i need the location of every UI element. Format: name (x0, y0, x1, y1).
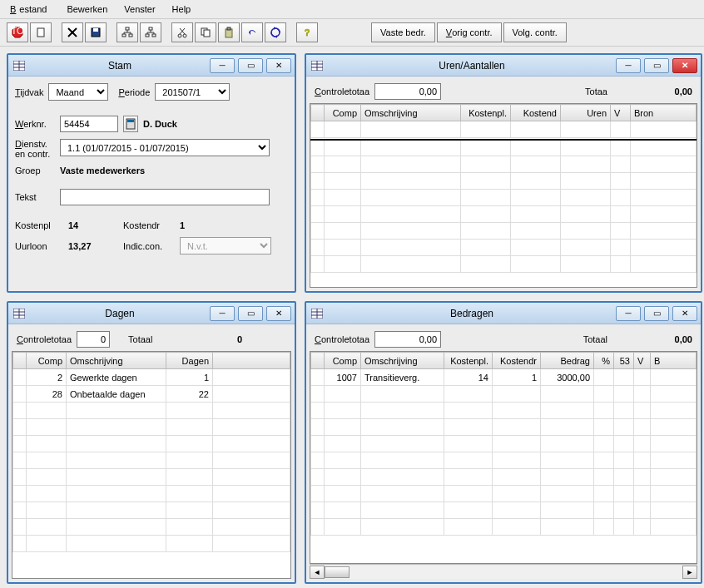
table-row[interactable] (13, 469, 290, 486)
table-row[interactable] (311, 140, 697, 156)
col-omschr[interactable]: Omschrijving (361, 353, 444, 369)
uren-grid[interactable]: Comp Omschrijving Kostenpl. Kostend Uren… (310, 103, 697, 288)
scroll-thumb[interactable] (325, 566, 350, 578)
minimize-button[interactable]: ─ (616, 58, 641, 73)
table-row[interactable] (13, 403, 290, 419)
col-uren[interactable]: Uren (561, 105, 611, 121)
dienstv-select[interactable]: 1.1 (01/07/2015 - 01/07/2015) (60, 139, 270, 156)
delete-icon[interactable] (62, 22, 83, 42)
menu-help[interactable]: Help (169, 2, 195, 16)
col-comp[interactable]: Comp (325, 105, 361, 121)
tree2-icon[interactable] (140, 22, 161, 42)
table-row[interactable] (311, 519, 697, 536)
col-53[interactable]: 53 (614, 353, 634, 369)
calc-icon[interactable] (123, 116, 138, 132)
stop-icon[interactable]: STOP (7, 22, 28, 42)
tekst-input[interactable] (60, 189, 270, 205)
table-row[interactable] (311, 436, 697, 452)
col-extra[interactable] (213, 353, 290, 369)
minimize-button[interactable]: ─ (210, 58, 235, 73)
table-row[interactable]: 28Onbetaalde dagen22 (13, 386, 290, 403)
maximize-button[interactable]: ▭ (238, 58, 263, 73)
table-row[interactable] (311, 386, 697, 403)
col-bron[interactable]: Bron (631, 105, 697, 121)
col-rowheader[interactable] (311, 353, 325, 369)
table-row[interactable] (13, 519, 290, 536)
vorig-contr-button[interactable]: Vorig contr. (437, 22, 502, 42)
close-button[interactable]: ✕ (672, 58, 697, 73)
col-v[interactable]: V (634, 353, 651, 369)
titlebar-dagen[interactable]: Dagen ─ ▭ ✕ (8, 303, 295, 324)
col-b[interactable]: B (651, 353, 697, 369)
help-icon[interactable]: ? (296, 22, 318, 42)
col-omschr[interactable]: Omschrijving (361, 105, 461, 121)
periode-select[interactable]: 201507/1 (155, 83, 230, 101)
bedragen-grid[interactable]: Comp Omschrijving Kostenpl. Kostendr Bed… (310, 351, 697, 564)
col-rowheader[interactable] (311, 105, 325, 121)
new-icon[interactable] (30, 22, 52, 42)
titlebar-bedragen[interactable]: Bedragen ─ ▭ ✕ (306, 303, 701, 324)
maximize-button[interactable]: ▭ (644, 58, 669, 73)
menu-bewerken[interactable]: Bewerken (63, 2, 111, 16)
menu-venster[interactable]: Venster (121, 2, 158, 16)
undo-icon[interactable] (241, 22, 263, 42)
table-row[interactable] (311, 256, 697, 273)
titlebar-uren[interactable]: Uren/Aantallen ─ ▭ ✕ (306, 55, 701, 77)
table-row[interactable] (311, 452, 697, 469)
refresh-icon[interactable] (265, 22, 286, 42)
table-row[interactable]: 2Gewerkte dagen1 (13, 369, 290, 386)
table-row[interactable] (13, 419, 290, 436)
save-icon[interactable] (85, 22, 107, 42)
copy-icon[interactable] (195, 22, 216, 42)
col-kostenpl[interactable]: Kostenpl. (444, 353, 493, 369)
volg-contr-button[interactable]: Volg. contr. (503, 22, 567, 42)
table-row[interactable] (13, 536, 290, 552)
col-rowheader[interactable] (13, 353, 27, 369)
table-row[interactable] (311, 502, 697, 519)
table-row[interactable] (13, 502, 290, 519)
table-row[interactable] (13, 452, 290, 469)
table-row[interactable] (311, 419, 697, 436)
table-row[interactable] (13, 486, 290, 502)
table-row[interactable] (311, 223, 697, 240)
table-row[interactable]: 1007Transitieverg.1413000,00 (311, 369, 697, 386)
scroll-track[interactable] (325, 566, 682, 579)
table-row[interactable] (311, 121, 697, 138)
col-comp[interactable]: Comp (27, 353, 67, 369)
close-button[interactable]: ✕ (266, 58, 291, 73)
scroll-right-button[interactable]: ► (682, 566, 697, 579)
table-row[interactable] (311, 173, 697, 190)
close-button[interactable]: ✕ (672, 306, 697, 321)
vaste-bedr-button[interactable]: Vaste bedr. (371, 22, 435, 42)
tree1-icon[interactable] (117, 22, 138, 42)
col-omschr[interactable]: Omschrijving (67, 353, 166, 369)
col-v[interactable]: V (611, 105, 631, 121)
werknr-input[interactable] (60, 116, 118, 132)
titlebar-stam[interactable]: Stam ─ ▭ ✕ (8, 55, 295, 77)
table-row[interactable] (311, 156, 697, 173)
table-row[interactable] (311, 469, 697, 486)
paste-icon[interactable] (218, 22, 240, 42)
scroll-left-button[interactable]: ◄ (310, 566, 325, 579)
table-row[interactable] (311, 486, 697, 502)
tijdvak-select[interactable]: Maand (48, 83, 108, 101)
col-dagen[interactable]: Dagen (166, 353, 213, 369)
col-kostenpl[interactable]: Kostenpl. (461, 105, 511, 121)
close-button[interactable]: ✕ (266, 306, 291, 321)
col-kostendr[interactable]: Kostendr (493, 353, 541, 369)
menu-bestand[interactable]: Bestand (7, 2, 53, 16)
maximize-button[interactable]: ▭ (644, 306, 669, 321)
table-row[interactable] (311, 240, 697, 256)
cut-icon[interactable] (171, 22, 193, 42)
uren-controle-input[interactable] (374, 83, 441, 100)
col-bedrag[interactable]: Bedrag (541, 353, 594, 369)
dagen-controle-input[interactable] (77, 331, 110, 348)
col-comp[interactable]: Comp (325, 353, 361, 369)
dagen-grid[interactable]: Comp Omschrijving Dagen 2Gewerkte dagen1… (12, 351, 291, 579)
table-row[interactable] (311, 206, 697, 223)
table-row[interactable] (311, 190, 697, 206)
bedragen-controle-input[interactable] (374, 331, 441, 348)
minimize-button[interactable]: ─ (616, 306, 641, 321)
col-kostend[interactable]: Kostend (511, 105, 561, 121)
maximize-button[interactable]: ▭ (238, 306, 263, 321)
